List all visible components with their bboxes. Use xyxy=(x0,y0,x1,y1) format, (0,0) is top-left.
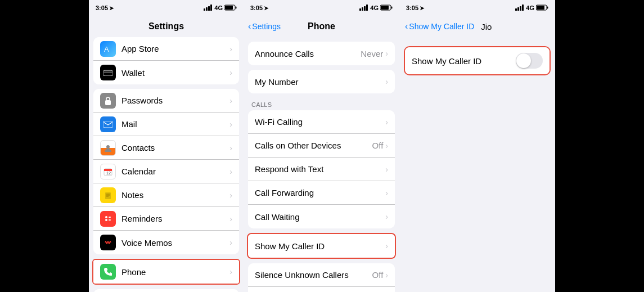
svg-point-13 xyxy=(106,145,110,149)
callsother-item[interactable]: Calls on Other Devices Off › xyxy=(248,134,395,158)
phone-nav-header: ‹ Settings Phone xyxy=(244,16,399,37)
signal-icon-3 xyxy=(515,5,524,12)
settings-item-passwords[interactable]: Passwords › xyxy=(93,89,239,113)
svg-rect-41 xyxy=(522,5,524,11)
svg-rect-40 xyxy=(520,6,521,11)
callerid-row[interactable]: Show My Caller ID xyxy=(405,47,550,74)
chevron-icon: › xyxy=(229,68,232,77)
settings-item-phone[interactable]: Phone › xyxy=(93,260,239,284)
reminders-icon xyxy=(100,211,116,227)
silenceunknown-value: Off xyxy=(372,270,384,280)
battery-icon-2 xyxy=(380,5,393,12)
phone-label: Phone xyxy=(121,267,229,277)
calls-section-label: CALLS xyxy=(244,98,399,110)
chevron-icon: › xyxy=(385,77,388,86)
callerid-row-highlight: Show My Caller ID xyxy=(404,46,551,75)
showcallerid-highlight: Show My Caller ID › xyxy=(247,233,396,259)
chevron-icon: › xyxy=(229,44,232,53)
svg-point-21 xyxy=(105,216,107,218)
status-bar-3: 3:05 ➤ 4G xyxy=(399,0,555,16)
location-icon-2: ➤ xyxy=(264,5,268,11)
carrier-label: Jio xyxy=(481,22,492,32)
svg-rect-5 xyxy=(236,6,237,8)
settings-item-wallet[interactable]: Wallet › xyxy=(93,61,239,84)
wallet-label: Wallet xyxy=(121,68,229,78)
callerid-toggle[interactable] xyxy=(516,53,543,69)
svg-rect-23 xyxy=(109,217,111,218)
back-label-3: Show My Caller ID xyxy=(409,22,474,31)
svg-rect-36 xyxy=(391,6,393,8)
callforwarding-item[interactable]: Call Forwarding › xyxy=(248,181,395,205)
settings-panel: 3:05 ➤ 4G Settings A App Store › xyxy=(89,0,244,292)
calendar-label: Calendar xyxy=(121,167,229,176)
settings-item-voicememos[interactable]: Voice Memos › xyxy=(93,231,239,254)
phone-icon xyxy=(100,264,116,280)
callblocking-item[interactable]: Call Blocking & Identification › xyxy=(248,287,395,292)
showcallerid-label: Show My Caller ID xyxy=(255,241,385,251)
chevron-icon: › xyxy=(229,143,232,152)
status-bar-2: 3:05 ➤ 4G xyxy=(244,0,399,16)
silenceunknown-label: Silence Unknown Callers xyxy=(255,270,372,280)
svg-text:A: A xyxy=(104,45,109,53)
mail-icon xyxy=(100,116,116,132)
passwords-label: Passwords xyxy=(121,96,229,105)
svg-rect-9 xyxy=(103,71,112,73)
mail-label: Mail xyxy=(121,119,229,129)
settings-item-appstore[interactable]: A App Store › xyxy=(93,37,239,61)
announce-calls-item[interactable]: Announce Calls Never › xyxy=(248,42,395,65)
svg-rect-2 xyxy=(208,6,210,11)
svg-rect-39 xyxy=(517,7,519,11)
settings-item-mail[interactable]: Mail › xyxy=(93,113,239,136)
phone-highlighted-item: Phone › xyxy=(92,259,240,285)
settings-item-calendar[interactable]: 12 Calendar › xyxy=(93,160,239,183)
status-bar-1: 3:05 ➤ 4G xyxy=(89,0,244,16)
chevron-icon: › xyxy=(229,238,232,247)
battery-icon xyxy=(224,5,237,12)
settings-item-notes[interactable]: Notes › xyxy=(93,183,239,207)
network-type: 4G xyxy=(214,5,223,11)
svg-rect-31 xyxy=(359,8,361,11)
svg-rect-0 xyxy=(204,8,205,11)
chevron-icon: › xyxy=(385,241,388,250)
mynumber-item[interactable]: My Number › xyxy=(248,70,395,93)
announce-label: Announce Calls xyxy=(255,49,361,59)
network-type-3: 4G xyxy=(526,5,534,11)
svg-rect-1 xyxy=(206,7,208,11)
notes-icon xyxy=(100,187,116,203)
appstore-label: App Store xyxy=(121,44,229,53)
callforwarding-label: Call Forwarding xyxy=(255,188,385,197)
svg-rect-43 xyxy=(547,6,548,8)
respondtext-item[interactable]: Respond with Text › xyxy=(248,158,395,181)
settings-item-contacts[interactable]: Contacts › xyxy=(93,136,239,160)
reminders-label: Reminders xyxy=(121,214,229,223)
callerid-content: Show My Caller ID xyxy=(399,37,555,292)
chevron-icon: › xyxy=(385,49,388,58)
time-2: 3:05 xyxy=(250,5,263,11)
settings-nav-header: Settings xyxy=(89,16,244,37)
settings-title: Settings xyxy=(148,21,184,32)
callwaiting-item[interactable]: Call Waiting › xyxy=(248,205,395,228)
back-chevron-icon: ‹ xyxy=(248,21,251,32)
settings-scroll: A App Store › Wallet › Passwords › xyxy=(89,37,244,292)
phone-back-button[interactable]: ‹ Settings xyxy=(248,21,281,32)
chevron-icon: › xyxy=(385,165,388,174)
chevron-icon: › xyxy=(385,141,388,150)
callwaiting-label: Call Waiting xyxy=(255,212,385,222)
voicememos-label: Voice Memos xyxy=(121,238,229,248)
settings-item-messages[interactable]: Messages › xyxy=(93,289,239,292)
showcallerid-item[interactable]: Show My Caller ID › xyxy=(248,234,395,258)
back-label-2: Settings xyxy=(252,22,281,31)
callerid-back-button[interactable]: ‹ Show My Caller ID xyxy=(405,21,474,32)
wificalling-item[interactable]: Wi-Fi Calling › xyxy=(248,110,395,134)
contacts-label: Contacts xyxy=(121,143,229,152)
callsother-label: Calls on Other Devices xyxy=(255,141,372,150)
settings-item-reminders[interactable]: Reminders › xyxy=(93,207,239,231)
silenceunknown-item[interactable]: Silence Unknown Callers Off › xyxy=(248,263,395,287)
phone-scroll: Announce Calls Never › My Number › CALLS… xyxy=(244,37,399,292)
svg-rect-37 xyxy=(381,6,389,10)
time-1: 3:05 xyxy=(96,5,108,11)
toggle-knob xyxy=(516,53,531,68)
back-chevron-icon-3: ‹ xyxy=(405,21,408,32)
separator xyxy=(244,259,399,263)
mynumber-group: My Number › xyxy=(248,70,395,93)
